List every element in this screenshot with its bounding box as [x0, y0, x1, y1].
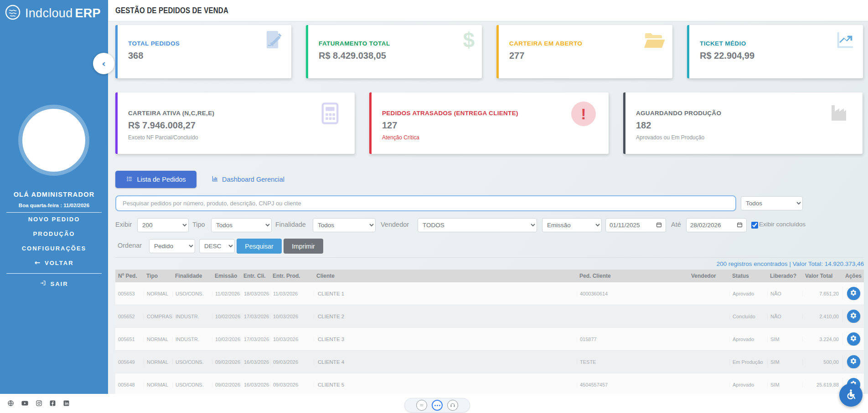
card-label: FATURAMENTO TOTAL	[319, 40, 390, 47]
column-header: Cliente	[314, 273, 577, 279]
card-pedidos-atrasados: PEDIDOS ATRASADOS (ENTREGA CLIENTE) 127 …	[369, 92, 609, 154]
cell-liberado: SIM	[767, 382, 802, 388]
search-input[interactable]	[115, 195, 736, 211]
sidebar-item-novo-pedido[interactable]: NOVO PEDIDO	[0, 216, 108, 223]
finalidade-select[interactable]: Todos	[313, 218, 376, 232]
card-subtitle: Aprovados ou Em Produção	[636, 134, 704, 141]
linkedin-icon[interactable]	[63, 400, 70, 407]
back-arrow-icon: ←	[34, 259, 40, 267]
table-row: 005649 NORMAL USO/CONS. 09/02/2026 16/03…	[115, 351, 864, 373]
card-label: TOTAL PEDIDOS	[128, 40, 180, 47]
card-value: 368	[128, 51, 143, 61]
cell-entr-cli: 18/03/2026	[241, 291, 270, 296]
card-subtitle: Atenção Crítica	[382, 134, 419, 141]
page-title: GESTÃO DE PEDIDOS DE VENDA	[115, 6, 228, 15]
instagram-icon[interactable]	[36, 400, 42, 407]
cell-ped-cliente: 4504557457	[577, 382, 688, 388]
row-actions-gear-button[interactable]	[847, 332, 860, 346]
cell-emissao: 09/02/2026	[212, 382, 241, 388]
sidebar-collapse-button[interactable]: ‹	[93, 53, 114, 74]
tab-lista-de-pedidos[interactable]: Lista de Pedidos	[115, 171, 196, 188]
date-type-select[interactable]: Emissão	[542, 218, 602, 232]
sidebar-item-voltar[interactable]: ←VOLTAR	[0, 259, 108, 267]
card-aguardando-producao: AGUARDANDO PRODUÇÃO 182 Aprovados ou Em …	[623, 92, 863, 154]
tab-dashboard-gerencial[interactable]: Dashboard Gerencial	[207, 171, 289, 188]
cell-valor-total: 3.224,00	[802, 337, 842, 342]
card-value: R$ 22.904,99	[700, 51, 754, 61]
cell-valor-total: 25.619,88	[802, 382, 842, 388]
cell-liberado: NÃO	[767, 314, 802, 319]
cell-finalidade: USO/CONS.	[172, 291, 212, 296]
card-carteira-ativa: CARTEIRA ATIVA (N,C,RE,E) R$ 7.946.008,2…	[115, 92, 355, 154]
cell-valor-total: 2.410,00	[802, 314, 842, 319]
youtube-icon[interactable]	[21, 399, 29, 407]
card-label: CARTEIRA EM ABERTO	[509, 40, 582, 47]
ordenar-label: Ordenar	[118, 242, 142, 249]
headset-icon[interactable]	[447, 400, 458, 411]
cell-finalidade: INDUSTR.	[172, 314, 212, 319]
cell-cliente: CLIENTE 3	[314, 337, 577, 342]
imprimir-button[interactable]: Imprimir	[284, 239, 323, 254]
cell-cliente: CLIENTE 2	[314, 314, 577, 319]
card-subtitle: Exceto NF Parcial/Concluído	[128, 134, 198, 141]
app-logo-text: IndcloudERP	[25, 6, 101, 20]
dollar-icon: $	[463, 30, 475, 51]
gear-icon	[850, 289, 857, 298]
sidebar-item-sair[interactable]: SAIR	[0, 280, 108, 288]
cell-finalidade: USO/CONS.	[172, 359, 212, 365]
column-header: Status	[729, 273, 767, 279]
gear-icon	[850, 312, 857, 321]
table-header-row: Nº Ped. Tipo Finalidade Emissão Entr. Cl…	[115, 270, 864, 282]
row-actions-gear-button[interactable]	[847, 355, 860, 368]
card-label: AGUARDANDO PRODUÇÃO	[636, 110, 721, 117]
cell-entr-prod: 09/03/2026	[270, 359, 314, 365]
tipo-select[interactable]: Todos	[211, 218, 272, 232]
card-value: 182	[636, 120, 651, 131]
exibir-select[interactable]: 200	[137, 218, 189, 232]
row-actions-gear-button[interactable]	[847, 287, 860, 300]
tab-label: Lista de Pedidos	[137, 176, 186, 183]
status-filter-select[interactable]: Todos	[741, 196, 803, 210]
date-to-input[interactable]: 28/02/2026	[686, 218, 747, 232]
accessibility-button[interactable]	[839, 383, 863, 407]
results-summary: 200 registros encontrados | Valor Total:…	[115, 260, 864, 267]
tipo-label: Tipo	[192, 221, 205, 228]
cell-liberado: NÃO	[767, 291, 802, 296]
vendedor-select[interactable]: TODOS	[418, 218, 537, 232]
factory-icon	[828, 102, 850, 125]
brand-icon[interactable]	[416, 400, 427, 411]
sidebar-item-producao[interactable]: PRODUÇÃO	[0, 230, 108, 237]
user-greeting: OLÁ ADMINISTRADOR	[0, 191, 108, 198]
app-window: IndcloudERP OLÁ ADMINISTRADOR Boa quarta…	[0, 0, 868, 413]
cell-finalidade: INDUSTR.	[172, 337, 212, 342]
chart-up-icon	[835, 30, 856, 52]
card-value: R$ 8.429.038,05	[319, 51, 386, 61]
ordenar-direction-select[interactable]: DESC	[199, 239, 235, 253]
calendar-icon	[737, 222, 743, 229]
table-row: 005648 NORMAL USO/CONS. 09/02/2026 16/03…	[115, 373, 864, 396]
cell-entr-prod: 11/03/2026	[270, 291, 314, 296]
cell-valor-total: 500,00	[802, 359, 842, 365]
row-actions-gear-button[interactable]	[847, 310, 860, 323]
ate-label: Até	[671, 221, 681, 228]
column-header: Tipo	[144, 273, 172, 279]
user-avatar	[18, 105, 89, 176]
bar-chart-icon	[211, 175, 219, 184]
pesquisar-button[interactable]: Pesquisar	[237, 239, 282, 254]
ordenar-field-select[interactable]: Pedido	[149, 239, 195, 253]
table-row: 005652 COMPRAS INDUSTR. 10/02/2026 17/03…	[115, 305, 864, 328]
calendar-icon	[656, 222, 662, 229]
cell-entr-prod: 10/03/2026	[270, 337, 314, 342]
date-from-input[interactable]: 01/11/2025	[605, 218, 666, 232]
facebook-icon[interactable]	[49, 400, 56, 407]
cell-acoes	[842, 355, 864, 368]
tab-label: Dashboard Gerencial	[222, 176, 284, 183]
globe-icon[interactable]	[7, 400, 14, 407]
sidebar-divider	[6, 212, 102, 213]
sidebar-item-configuracoes[interactable]: CONFIGURAÇÕES	[0, 245, 108, 252]
column-header: Emissão	[212, 273, 241, 279]
stat-cards-row-1: TOTAL PEDIDOS 368 FATURAMENTO TOTAL R$ 8…	[115, 25, 863, 78]
exibir-concluidos-checkbox[interactable]	[751, 222, 758, 229]
chat-dots-icon[interactable]	[432, 400, 443, 411]
main-content: GESTÃO DE PEDIDOS DE VENDA TOTAL PEDIDOS…	[108, 0, 868, 394]
